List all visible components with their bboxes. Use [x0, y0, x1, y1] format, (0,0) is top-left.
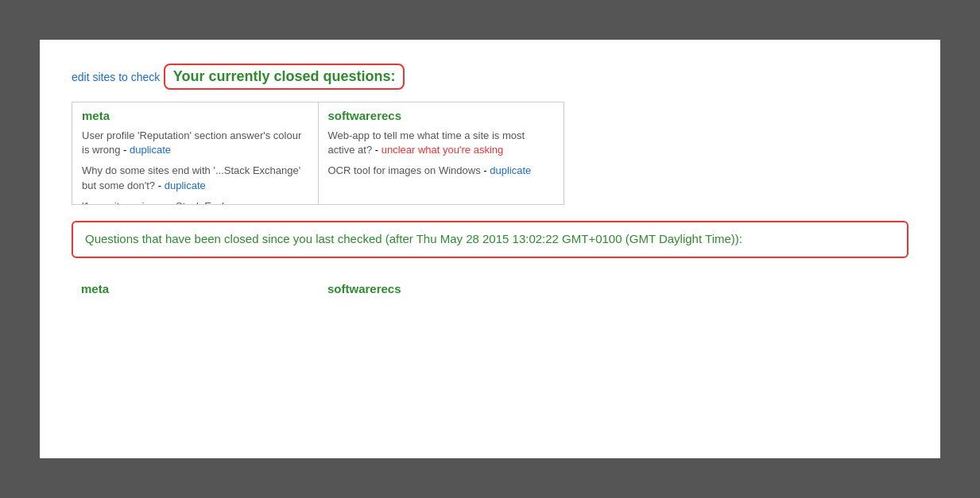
meta-column-header: meta — [82, 109, 308, 122]
list-item: OCR tool for images on Windows - duplica… — [328, 164, 555, 178]
recent-meta-header: meta — [81, 282, 308, 295]
section-title: Your currently closed questions: — [164, 64, 405, 90]
softwarerecs-column: softwarerecs Web-app to tell me what tim… — [319, 102, 564, 204]
meta-column: meta User profile 'Reputation' section a… — [72, 102, 319, 204]
notice-text: Questions that have been closed since yo… — [85, 232, 742, 245]
recent-closed-container: meta softwarerecs — [72, 278, 564, 299]
main-window: edit sites to check Your currently close… — [40, 40, 940, 458]
recent-softwarerecs-header: softwarerecs — [327, 282, 555, 295]
edit-sites-link[interactable]: edit sites to check — [72, 71, 160, 83]
list-item: User profile 'Reputation' section answer… — [82, 129, 308, 157]
recent-softwarerecs-column: softwarerecs — [318, 278, 564, 299]
list-item: Why do some sites end with '...Stack Exc… — [82, 164, 308, 192]
list-item: Web-app to tell me what time a site is m… — [328, 129, 555, 157]
closed-questions-container: meta User profile 'Reputation' section a… — [72, 102, 564, 205]
notice-box: Questions that have been closed since yo… — [72, 221, 908, 258]
softwarerecs-column-header: softwarerecs — [328, 109, 555, 122]
recent-meta-column: meta — [72, 278, 318, 299]
list-item: '1 new items in your Stack Exchange — [82, 199, 308, 204]
